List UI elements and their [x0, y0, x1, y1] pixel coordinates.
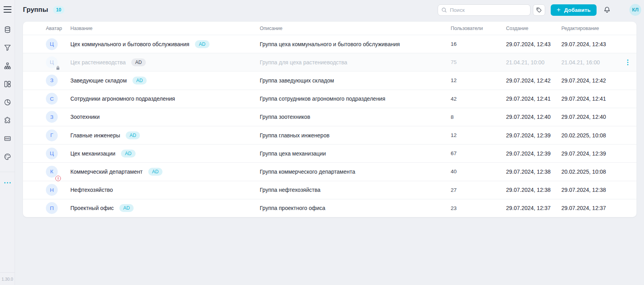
table-row[interactable]: К ! Коммерческий департамент AD Группа к… [23, 162, 636, 180]
column-header-users: Пользователи [451, 26, 506, 31]
created-date: 29.07.2024, 12:39 [506, 132, 561, 139]
avatar-initial: Ц [50, 41, 54, 47]
search-input[interactable] [438, 4, 531, 16]
search-icon [441, 7, 447, 13]
group-name: Проектный офис [70, 205, 114, 211]
palette-icon[interactable] [4, 153, 11, 161]
group-name: Главные инженеры [70, 132, 120, 139]
group-name: Коммерческий департамент [70, 169, 143, 175]
tags-button[interactable] [533, 4, 545, 16]
avatar-initial: Ц [50, 59, 54, 65]
edited-date: 21.04.21, 16:00 [561, 59, 600, 66]
users-count: 16 [451, 41, 506, 47]
table-row[interactable]: Н Нефтехозяйство Группа нефтехозяйства 2… [23, 181, 636, 199]
plus-icon: + [557, 6, 561, 13]
group-description: Группа заведующих складом [260, 77, 451, 84]
svg-export-icon[interactable]: SVG [4, 135, 11, 142]
hierarchy-icon[interactable] [4, 62, 11, 70]
group-name: Цех коммунального и бытового обслуживани… [70, 41, 189, 47]
add-button[interactable]: + Добавить [551, 4, 597, 16]
add-button-label: Добавить [564, 7, 591, 13]
table-row[interactable]: П Проектный офис AD Группа проектного оф… [23, 199, 636, 217]
group-avatar: Г [46, 129, 58, 141]
avatar-initial: Ц [50, 150, 54, 156]
avatar-initial: Н [50, 187, 54, 193]
more-menu-icon[interactable] [4, 178, 11, 186]
puzzle-icon[interactable] [4, 116, 11, 124]
lock-icon [56, 66, 60, 70]
table-body: Ц Цех коммунального и бытового обслужива… [23, 35, 636, 217]
main-content: Группы 10 + Добавить КЛ Аватар Название … [15, 0, 644, 285]
ad-badge: AD [121, 150, 136, 158]
column-header-description: Описание [260, 26, 451, 31]
ad-badge: AD [131, 58, 146, 66]
users-count: 12 [451, 132, 506, 138]
edited-date: 29.07.2024, 12:41 [561, 96, 606, 102]
column-header-avatar: Аватар [46, 26, 70, 31]
row-menu-icon[interactable] [627, 59, 629, 66]
created-date: 29.07.2024, 12:38 [506, 169, 561, 175]
pie-chart-icon[interactable] [4, 98, 11, 106]
group-avatar: К ! [46, 166, 58, 178]
ad-badge: AD [132, 77, 147, 84]
svg-text:SVG: SVG [5, 137, 10, 140]
edited-date: 29.07.2024, 12:40 [561, 114, 606, 120]
search-box [438, 4, 531, 16]
group-description: Группа проектного офиса [260, 205, 451, 211]
menu-toggle-icon[interactable] [3, 6, 12, 13]
users-count: 40 [451, 169, 506, 174]
table-row[interactable]: З Заведующие складом AD Группа заведующи… [23, 71, 636, 89]
created-date: 29.07.2024, 12:42 [506, 77, 561, 84]
group-name: Нефтехозяйство [70, 187, 113, 193]
group-description: Группа коммерческого департамента [260, 169, 451, 175]
edited-date: 20.02.2025, 10:08 [561, 132, 606, 139]
group-avatar: С [46, 93, 58, 105]
group-name: Зоотехники [70, 114, 100, 120]
table-row[interactable]: Ц Цех механизации AD Группа цеха механиз… [23, 144, 636, 162]
created-date: 29.07.2024, 12:41 [506, 96, 561, 102]
created-date: 29.07.2024, 12:40 [506, 114, 561, 120]
database-icon[interactable] [4, 26, 11, 34]
group-avatar: Ц [46, 56, 58, 68]
table-row[interactable]: З Зоотехники Группа зоотехников 8 29.07.… [23, 108, 636, 126]
group-description: Группа зоотехников [260, 114, 451, 120]
column-header-name: Название [70, 26, 260, 31]
created-date: 21.04.21, 10:00 [506, 59, 561, 66]
filter-icon[interactable] [4, 44, 11, 52]
avatar-initial: П [50, 205, 54, 211]
avatar-initial: З [50, 114, 53, 120]
table-row[interactable]: С Сотрудники агрономного подразделения Г… [23, 90, 636, 108]
edited-date: 20.02.2025, 10:08 [561, 169, 606, 175]
group-name: Цех растениеводства [70, 59, 126, 66]
table-row[interactable]: Г Главные инженеры AD Группа главных инж… [23, 126, 636, 144]
app-version: 1.30.0 [0, 272, 15, 285]
avatar-initial: К [50, 169, 53, 174]
group-name: Заведующие складом [70, 77, 127, 84]
notifications-button[interactable] [602, 6, 611, 14]
topbar: Группы 10 + Добавить КЛ [15, 0, 644, 20]
warning-icon: ! [55, 176, 61, 181]
user-avatar[interactable]: КЛ [629, 4, 641, 16]
group-description: Группа цеха коммунального и бытового обс… [260, 41, 451, 47]
group-description: Группа главных инженеров [260, 132, 451, 139]
group-description: Группа для цеха растениеводства [260, 59, 451, 66]
group-avatar: Ц [46, 38, 58, 50]
users-count: 67 [451, 150, 506, 156]
created-date: 29.07.2024, 12:43 [506, 41, 561, 47]
table-header: Аватар Название Описание Пользователи Со… [23, 22, 636, 35]
edited-date: 29.07.2024, 12:42 [561, 77, 606, 84]
page-title: Группы [23, 6, 48, 14]
ad-badge: AD [148, 168, 163, 176]
created-date: 29.07.2024, 12:38 [506, 187, 561, 193]
layout-icon[interactable] [4, 80, 11, 88]
table-row[interactable]: Ц Цех растениеводства AD Группа для цеха… [23, 53, 636, 71]
group-avatar: Н [46, 184, 58, 196]
sidebar: SVG 1.30.0 [0, 0, 15, 285]
avatar-initial: С [50, 96, 54, 102]
group-avatar: З [46, 75, 58, 86]
bell-icon [603, 6, 611, 14]
group-description: Группа нефтехозяйства [260, 187, 451, 193]
group-name: Цех механизации [70, 150, 115, 157]
table-row[interactable]: Ц Цех коммунального и бытового обслужива… [23, 35, 636, 53]
users-count: 75 [451, 59, 506, 65]
